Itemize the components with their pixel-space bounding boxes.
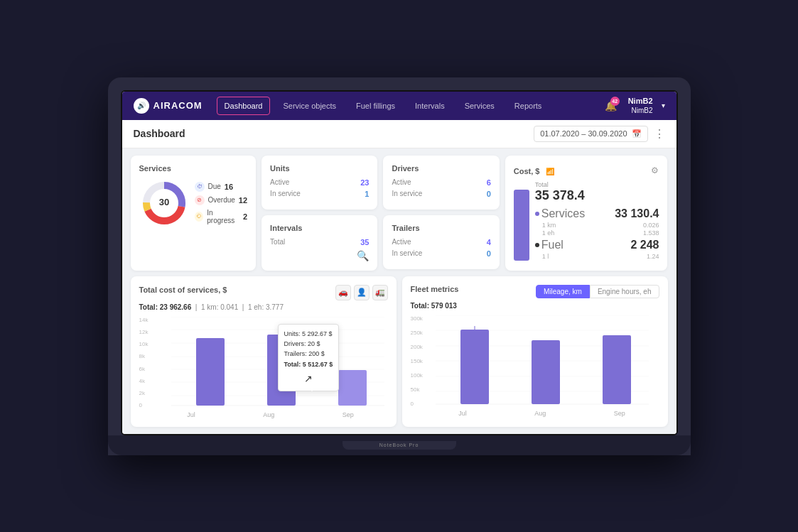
drivers-inservice-row: In service 0 — [392, 190, 490, 198]
tab-mileage[interactable]: Mileage, km — [536, 285, 590, 298]
services-card-title: Services — [139, 164, 248, 173]
due-icon: ⏱ — [195, 182, 205, 192]
overdue-icon: ⊘ — [195, 195, 205, 205]
fleet-title: Fleet metrics — [411, 285, 459, 293]
cost-fuel-row: Fuel 2 248 — [535, 239, 659, 251]
intervals-total-label: Total — [270, 238, 285, 246]
cost-km-row: 1 km 0.026 — [542, 222, 659, 229]
chart-icon-person[interactable]: 👤 — [354, 285, 370, 300]
overdue-label: Overdue — [208, 196, 235, 204]
cost-card-header: Cost, $ 📶 ⚙ — [514, 164, 659, 177]
cost-fuel-l-row: 1 l 1.24 — [542, 253, 659, 260]
fleet-bar-aug[interactable] — [532, 340, 560, 404]
search-icon[interactable]: 🔍 — [357, 250, 369, 261]
drivers-active-value: 6 — [487, 178, 491, 187]
cost-card-title-area: Cost, $ 📶 — [514, 164, 554, 177]
units-active-value: 23 — [360, 178, 369, 187]
bar-jul[interactable] — [196, 338, 225, 406]
due-label: Due — [208, 183, 221, 190]
laptop-brand: NoteBook Pro — [343, 441, 456, 450]
tooltip-units: Units: 5 292.67 $ — [284, 329, 333, 339]
bar-chart-area: 14k12k10k8k6k4k2k0 — [139, 317, 388, 409]
fleet-x-label-jul: Jul — [458, 410, 467, 417]
user-sub: NimB2 — [628, 106, 653, 115]
settings-icon[interactable]: ⚙ — [651, 165, 659, 175]
header-bar: Dashboard 01.07.2020 – 30.09.2020 📅 ⋮ — [122, 120, 676, 148]
fleet-header: Fleet metrics Mileage, km Engine hours, … — [411, 285, 659, 299]
fleet-bar-jul[interactable] — [460, 330, 489, 404]
y-axis: 14k12k10k8k6k4k2k0 — [139, 317, 153, 409]
total-cost-title: Total cost of services, $ — [139, 286, 227, 294]
laptop-base: NoteBook Pro — [108, 435, 691, 455]
tab-engine-hours[interactable]: Engine hours, eh — [590, 285, 659, 298]
legend-overdue: ⊘ Overdue 12 — [195, 195, 248, 205]
user-menu[interactable]: NimB2 NimB2 — [628, 96, 653, 115]
cost-total-value: 35 378.4 — [535, 188, 659, 203]
progress-value: 2 — [243, 212, 247, 221]
services-dot — [535, 212, 539, 216]
intervals-card: Intervals Total 35 🔍 — [261, 215, 377, 271]
fleet-total: Total: 579 013 — [411, 302, 457, 310]
intervals-total-value: 35 — [360, 238, 369, 246]
date-range-text: 01.07.2020 – 30.09.2020 — [540, 129, 627, 138]
cost-card-title: Cost, $ — [514, 167, 540, 175]
bell-badge: 42 — [610, 97, 620, 106]
fleet-bar-sep[interactable] — [603, 335, 631, 404]
fleet-y-axis: 300k250k200k150k100k50k0 — [411, 315, 425, 408]
cost-eh-label: 1 eh — [542, 229, 555, 237]
calendar-icon[interactable]: 📅 — [632, 129, 642, 139]
page-title: Dashboard — [134, 128, 534, 139]
km-label: 1 km: 0.041 — [201, 303, 238, 311]
nav-item-service-objects[interactable]: Service objects — [276, 97, 343, 114]
bottom-row: Total cost of services, $ 🚗 👤 🚛 Total: 2… — [131, 276, 668, 427]
intervals-card-title: Intervals — [270, 224, 369, 232]
cost-fuel-label: Fuel — [535, 239, 564, 251]
cost-services-value: 33 130.4 — [615, 207, 659, 220]
more-options-icon[interactable]: ⋮ — [654, 127, 665, 141]
cost-card: Cost, $ 📶 ⚙ Total 35 378.4 — [505, 156, 668, 271]
bar-sep[interactable] — [338, 370, 367, 406]
x-axis-labels: Jul Aug Sep — [139, 411, 388, 418]
chart-icon-truck[interactable]: 🚗 — [335, 285, 351, 300]
fleet-sub: Total: 579 013 — [411, 302, 659, 310]
cost-eh-value: 1.538 — [643, 229, 659, 237]
services-card: Services 30 — [131, 156, 257, 271]
bar-chart-svg — [139, 317, 388, 409]
nav-item-dashboard[interactable]: Dashboard — [217, 97, 271, 115]
progress-label: In progress — [207, 209, 239, 224]
fleet-x-label-aug: Aug — [534, 410, 546, 417]
chart-icon-trailer[interactable]: 🚛 — [372, 285, 388, 300]
laptop-frame: 🔊 AIRACOM Dashboard Service objects Fuel… — [108, 77, 691, 455]
trailers-inservice-label: In service — [392, 249, 422, 257]
legend-progress: ⏲ In progress 2 — [195, 209, 248, 224]
units-inservice-label: In service — [270, 190, 301, 197]
cost-total-label: Total — [535, 181, 659, 188]
trailers-active-value: 4 — [487, 238, 491, 246]
tooltip-total: Total: 5 512.67 $ — [284, 359, 333, 369]
fleet-tabs: Mileage, km Engine hours, eh — [536, 285, 659, 298]
total-cost-card: Total cost of services, $ 🚗 👤 🚛 Total: 2… — [131, 276, 397, 427]
nav-item-reports[interactable]: Reports — [507, 97, 549, 114]
overdue-value: 12 — [239, 196, 247, 205]
x-label-aug: Aug — [263, 411, 274, 418]
cost-km-label: 1 km — [542, 222, 556, 229]
legend-due: ⏱ Due 16 — [195, 182, 248, 192]
username: NimB2 — [628, 96, 653, 106]
user-chevron-icon[interactable]: ▾ — [662, 102, 665, 109]
notification-bell[interactable]: 🔔 42 — [605, 99, 617, 112]
nav-item-intervals[interactable]: Intervals — [408, 97, 452, 114]
nav-item-services[interactable]: Services — [458, 97, 502, 114]
cost-services-row: Services 33 130.4 — [535, 207, 659, 220]
trailers-inservice-row: In service 0 — [392, 249, 490, 258]
x-label-jul: Jul — [187, 411, 195, 418]
cost-services-label: Services — [535, 207, 585, 220]
x-label-sep: Sep — [343, 411, 354, 418]
cost-km-value: 0.026 — [643, 222, 659, 229]
logo-area: 🔊 AIRACOM — [134, 98, 203, 114]
tooltip-drivers: Drivers: 20 $ — [284, 339, 333, 349]
logo-text: AIRACOM — [153, 100, 203, 111]
date-range[interactable]: 01.07.2020 – 30.09.2020 📅 — [534, 126, 647, 142]
nav-item-fuel-fillings[interactable]: Fuel fillings — [349, 97, 402, 114]
units-card: Units Active 23 In service 1 — [261, 156, 377, 210]
logo-icon: 🔊 — [134, 98, 149, 114]
